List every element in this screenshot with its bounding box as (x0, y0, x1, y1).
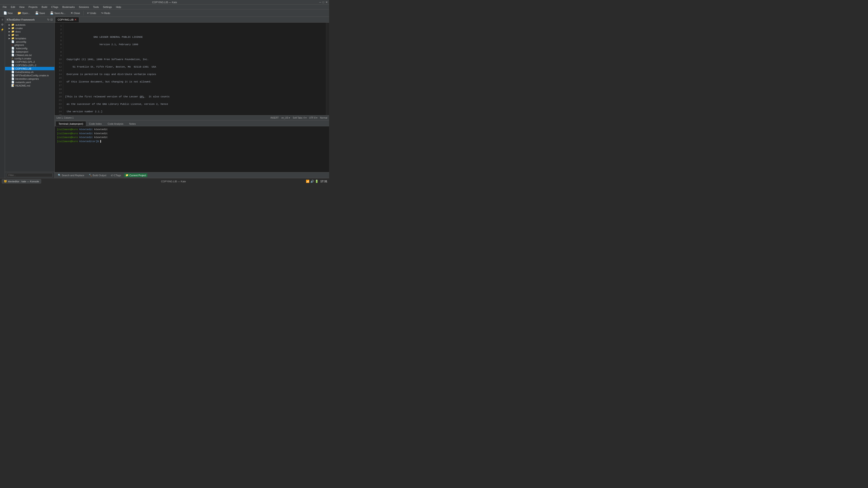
open-icon: 📂 (18, 11, 21, 15)
insert-mode: INSERT (270, 117, 279, 119)
cmake-icon: 📄 (11, 54, 14, 57)
undo-button[interactable]: ↩ Undo (85, 10, 98, 15)
status-left: Line 1, Column 1 (57, 117, 74, 119)
activity-bar: ≡ ⚙ ⚡ (0, 17, 5, 178)
code-line-8: of this license document, but changing i… (65, 80, 324, 84)
activity-git[interactable]: ⚡ (0, 28, 4, 32)
save-as-button[interactable]: 💾 Save As... (48, 10, 68, 15)
filter-input[interactable] (7, 173, 53, 177)
tree-item-templates[interactable]: ▶ 📁 templates (5, 37, 55, 40)
sidebar-header-controls: ↻ ⊡ (47, 18, 53, 21)
sidebar-refresh-button[interactable]: ↻ (47, 18, 50, 21)
doc-icon: 📝 (11, 84, 14, 87)
close-button[interactable]: ✕ (326, 1, 328, 4)
terminal-content[interactable]: [cullmann@kuro ktextedit ktextedit [cull… (55, 126, 329, 172)
tree-item-config-h[interactable]: ⚠ config.h.cmake (5, 57, 55, 60)
indent-mode[interactable]: Soft Tabs: 4 ▾ (293, 117, 306, 119)
code-line-7: Everyone is permitted to copy and distri… (65, 72, 324, 76)
encoding[interactable]: UTF-8 ▾ (309, 117, 317, 119)
file-icon: 📄 (11, 80, 14, 84)
menu-sessions[interactable]: Sessions (77, 5, 91, 9)
menu-help[interactable]: Help (114, 5, 123, 9)
menu-edit[interactable]: Edit (9, 5, 17, 9)
code-line-11: as the successor of the GNU Library Publ… (65, 102, 324, 106)
tree-item-kf5config[interactable]: 📄 KF5TextEditorConfig.cmake.in (5, 74, 55, 77)
build-output-button[interactable]: 🔨 Build Output (88, 173, 108, 177)
folder-icon: 📁 (11, 27, 14, 30)
tree-item-gitignore[interactable]: ⑂ .gitignore (5, 43, 55, 46)
menu-settings[interactable]: Settings (101, 5, 114, 9)
search-replace-button[interactable]: 🔍 Search and Replace (57, 173, 86, 177)
tab-close-button[interactable]: ✕ (74, 18, 76, 21)
menu-build[interactable]: Build (40, 5, 49, 9)
taskbar-app-kate[interactable]: 🐱 ktexteditor : kate — Konsole (2, 179, 41, 184)
window-title: COPYING.LIB — Kate (152, 1, 177, 4)
folder-icon: 📁 (11, 23, 14, 26)
current-project-button[interactable]: 📁 Current Project (124, 173, 147, 177)
tree-item-categories[interactable]: 📄 ktexteditor.categories (5, 77, 55, 80)
file-icon: 📄 (11, 74, 14, 77)
sidebar-project-title: KTextEditor Framework (7, 18, 35, 21)
menu-file[interactable]: File (1, 5, 8, 9)
tree-item-kateproject[interactable]: 📄 .kateproject (5, 50, 55, 53)
activity-search[interactable]: ⚙ (0, 23, 4, 27)
terminal-line-4: [cullmann@kuro ktexteditor]$ ▌ (57, 140, 327, 144)
tree-item-copying-lgpl[interactable]: 📄 COPYING-LGPL-2 (5, 64, 55, 67)
tree-item-cmake[interactable]: ▶ 📁 cmake (5, 26, 55, 30)
file-icon: 📄 (11, 64, 14, 67)
bottom-panel: Terminal (.kateproject) Code Index Code … (55, 120, 329, 172)
file-icon: 📄 (11, 77, 14, 80)
menu-ctags[interactable]: CTags (50, 5, 60, 9)
folder-icon: 📁 (11, 33, 14, 36)
active-file-icon: 📄 (11, 67, 14, 70)
tree-item-src[interactable]: ▶ 📁 src (5, 33, 55, 37)
tree-item-arcconfig[interactable]: 📄 .arcconfig (5, 40, 55, 43)
redo-button[interactable]: ↪ Redo (99, 10, 112, 15)
maximize-button[interactable]: □ (322, 1, 324, 4)
new-button[interactable]: 📄 New (1, 10, 15, 15)
tree-item-readme[interactable]: 📝 README.md (5, 84, 55, 87)
tab-code-analysis[interactable]: Code Analysis (105, 121, 126, 126)
language-value[interactable]: en_US ▾ (281, 117, 290, 119)
tree-item-kateconfig[interactable]: 📄 .kateconfig (5, 46, 55, 50)
new-icon: 📄 (3, 11, 7, 15)
tab-terminal[interactable]: Terminal (.kateproject) (56, 121, 86, 126)
tab-code-index[interactable]: Code Index (86, 121, 105, 126)
menu-bar: File Edit View Projects Build CTags Book… (0, 4, 329, 9)
terminal-line-2: [cullmann@kuro ktextedit ktextedit (57, 132, 327, 136)
open-button[interactable]: 📂 Open... (16, 10, 32, 15)
tab-notes[interactable]: Notes (126, 121, 139, 126)
build-icon: 🔨 (89, 174, 92, 177)
tree-item-cmakelists[interactable]: 📄 CMakeLists.txt (5, 53, 55, 57)
tree-item-autotests[interactable]: ▶ 📁 autotests (5, 23, 55, 26)
tree-item-copying-gpl[interactable]: 📄 COPYING-GPL-2 (5, 60, 55, 64)
code-editor[interactable]: 1 2 3 4 5 6 7 8 9 10 11 12 13 14 15 16 1… (55, 23, 329, 115)
menu-bookmarks[interactable]: Bookmarks (61, 5, 76, 9)
tree-item-extradesktop[interactable]: 📄 ExtraDesktop.sh (5, 70, 55, 74)
menu-tools[interactable]: Tools (91, 5, 101, 9)
sidebar-expand-button[interactable]: ⊡ (51, 18, 53, 21)
file-icon: 📄 (11, 47, 14, 50)
tree-item-copying-lib[interactable]: 📄 COPYING.LIB (5, 67, 55, 70)
code-line-12: the version number 2.1.] (65, 110, 324, 113)
code-line-2: GNU LESSER GENERAL PUBLIC LICENSE (65, 35, 324, 39)
ctags-button[interactable]: 🏷 CTags (110, 173, 122, 177)
menu-view[interactable]: View (18, 5, 26, 9)
activity-files[interactable]: ≡ (0, 18, 4, 22)
tree-item-docs[interactable]: ▶ 📁 docs (5, 30, 55, 33)
terminal-line-1: [cullmann@kuro ktextedit ktextedit (57, 128, 327, 132)
tab-bar: COPYING.LIB ✕ (55, 17, 329, 23)
window-controls[interactable]: ─ □ ✕ (319, 1, 328, 4)
tree-item-metainfo[interactable]: 📄 metainfo.yaml (5, 80, 55, 84)
newline-mode[interactable]: Normal (320, 117, 327, 119)
taskbar: 🐱 ktexteditor : kate — Konsole COPYING.L… (0, 178, 329, 184)
menu-projects[interactable]: Projects (27, 5, 39, 9)
close-button[interactable]: ✕ Close (68, 10, 82, 15)
sidebar: KTextEditor Framework ↻ ⊡ ▶ 📁 autotests … (5, 17, 55, 178)
editor-tab-copying-lib[interactable]: COPYING.LIB ✕ (55, 17, 79, 22)
kate-app-icon: 🐱 (4, 180, 7, 183)
minimize-button[interactable]: ─ (319, 1, 321, 4)
clock: 17:31 (320, 180, 327, 183)
save-button[interactable]: 💾 Save (33, 10, 47, 15)
code-content[interactable]: GNU LESSER GENERAL PUBLIC LICENSE Versio… (63, 23, 326, 115)
